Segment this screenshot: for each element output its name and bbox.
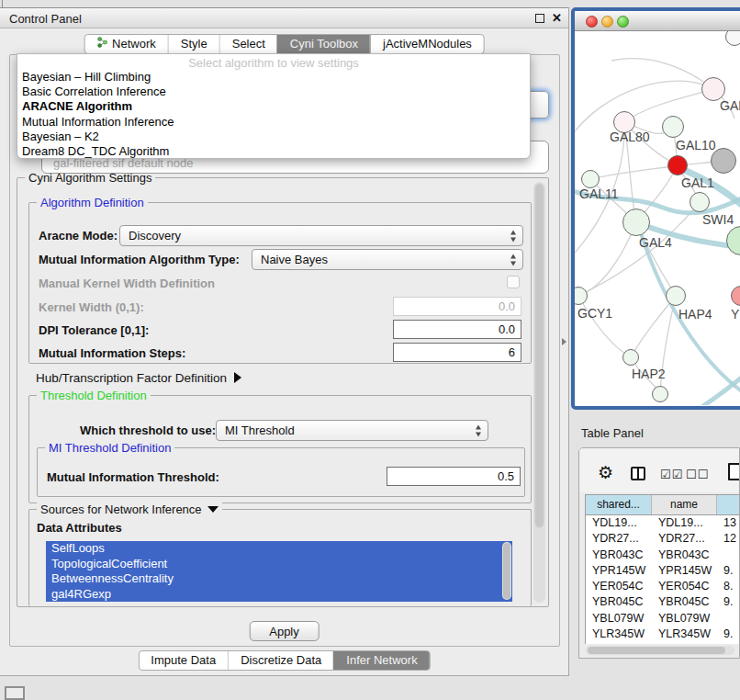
control-panel-window: Control Panel ✕ NetworkStyleSelectCyni T… [0,7,569,676]
network-node-gal11[interactable] [581,170,600,188]
table-row[interactable]: YIL052CYIL052C9 [586,642,740,644]
attributes-scrollbar-thumb[interactable] [503,543,510,599]
zoom-traffic-light[interactable] [617,16,629,28]
table-row[interactable]: YDL19...YDL19...13 [586,515,740,531]
table-row[interactable]: YPR145WYPR145W9. [586,563,740,579]
column-header-shared[interactable]: shared... [586,495,652,514]
table-cell: YIL052C [652,642,717,644]
aracne-mode-combobox[interactable]: Discovery [119,225,523,246]
mi-threshold-field[interactable] [387,467,521,486]
column-header-a[interactable]: A [717,495,740,514]
top-tab-bar: NetworkStyleSelectCyni ToolboxjActiveMNo… [84,34,485,54]
tab-cyni-toolbox[interactable]: Cyni Toolbox [277,35,370,53]
dpi-tolerance-field[interactable] [393,320,521,339]
close-traffic-light[interactable] [586,16,598,28]
columns-icon[interactable] [631,467,645,480]
attribute-item-betweennesscentrality[interactable]: BetweennessCentrality [46,571,512,587]
tab-infer-network[interactable]: Infer Network [333,651,429,670]
hub-definition-toggle[interactable]: Hub/Transcription Factor Definition [36,371,241,385]
desktop: { "control_panel": { "title": "Control P… [0,0,740,700]
attributes-scrollbar[interactable] [502,542,511,600]
network-node[interactable] [711,148,736,174]
attribute-item-topologicalcoefficient[interactable]: TopologicalCoefficient [46,557,512,572]
table-horizontal-scrollbar[interactable] [586,646,734,655]
algorithm-option-mutual-information-inference[interactable]: Mutual Information Inference [17,115,530,130]
table-cell: YBL079W [586,611,652,627]
splitter-collapse-icon[interactable] [562,338,566,345]
float-panel-icon[interactable] [535,14,544,23]
algorithm-option-dream8-dc-tdc-algorithm[interactable]: Dream8 DC_TDC Algorithm [17,144,530,159]
network-node-gal4[interactable] [622,209,650,236]
tab-select[interactable]: Select [219,35,277,53]
table-cell: YBR045C [586,594,652,610]
network-canvas[interactable]: GALGAL80GAL10GAL1GAL11SWI4GAL4GCY1HAP4YH… [575,31,740,405]
data-attributes-list: SelfLoopsTopologicalCoefficientBetweenne… [46,541,512,602]
tab-discretize-data[interactable]: Discretize Data [228,651,333,670]
dropdown-placeholder: Select algorithm to view settings [17,56,530,70]
table-panel-title: Table Panel [581,426,644,440]
table-scrollbar-thumb[interactable] [588,647,725,654]
tab-jactivemnodules[interactable]: jActiveMNodules [370,35,484,53]
table-row[interactable]: YER054CYER054C8. [586,579,740,594]
tab-style[interactable]: Style [168,35,219,53]
node-label-gal80: GAL80 [610,130,650,144]
mi-type-label: Mutual Information Algorithm Type: [39,253,240,266]
stepper-icon [510,254,517,265]
apply-button[interactable]: Apply [249,621,320,641]
algorithm-option-basic-correlation-inference[interactable]: Basic Correlation Inference [17,85,530,99]
mi-threshold-legend: MI Threshold Definition [45,441,174,455]
bottom-tab-bar: Impute DataDiscretize DataInfer Network [138,650,430,671]
algorithm-option-bayesian-hill-climbing[interactable]: Bayesian – Hill Climbing [17,70,530,85]
column-header-name[interactable]: name [652,495,717,514]
minimize-traffic-light[interactable] [601,16,613,28]
threshold-definition-group: Threshold Definition Which threshold to … [28,395,532,503]
which-threshold-combobox[interactable]: MI Threshold [216,420,488,441]
tab-network[interactable]: Network [84,35,168,53]
new-table-icon[interactable] [728,463,740,480]
network-view-window: GALGAL80GAL10GAL1GAL11SWI4GAL4GCY1HAP4YH… [571,7,740,410]
close-icon[interactable]: ✕ [552,11,562,25]
sources-group: Sources for Network Inference Data Attri… [28,509,532,606]
network-tab-icon [96,35,107,53]
table-row[interactable]: YBR045CYBR045C9. [586,594,740,610]
tab-label: Impute Data [151,651,216,670]
tab-label: Infer Network [346,651,417,670]
gear-icon[interactable]: ⚙ [598,464,613,481]
tab-label: Cyni Toolbox [290,35,358,53]
tab-impute-data[interactable]: Impute Data [139,651,228,670]
table-header-row: shared...nameA [586,495,740,515]
select-all-checkboxes-icon[interactable]: ☑☑ [660,468,683,481]
network-node-hap4[interactable] [666,286,686,306]
sources-legend[interactable]: Sources for Network Inference [37,502,222,516]
table-row[interactable]: YDR27...YDR27...12 [586,531,740,547]
table-cell: YBL079W [652,611,717,627]
attribute-item-selfloops[interactable]: SelfLoops [46,541,512,557]
network-node-swi4[interactable] [690,192,710,212]
node-label-gal10: GAL10 [676,138,716,152]
deselect-all-checkboxes-icon[interactable]: ☐☐ [686,468,709,481]
attribute-item-gal4rgexp[interactable]: gal4RGexp [46,587,512,603]
settings-scrollbar-thumb[interactable] [534,183,544,528]
table-row[interactable]: YLR345WYLR345W9. [586,627,740,642]
settings-scrollbar[interactable] [533,182,545,603]
mi-steps-field[interactable] [393,343,521,362]
algorithm-option-aracne-algorithm[interactable]: ARACNE Algorithm [17,99,530,114]
table-row[interactable]: YBR043CYBR043C [586,548,740,563]
table-cell: YPR145W [586,563,652,579]
algorithm-option-bayesian-k2[interactable]: Bayesian – K2 [17,130,530,144]
mi-type-combobox[interactable]: Naive Bayes [252,249,523,270]
expand-arrow-icon [234,372,241,383]
table-cell: YER054C [586,579,652,594]
table-cell: 9. [717,627,740,642]
node-label-gcy1: GCY1 [577,306,612,321]
network-node-gal1[interactable] [667,155,688,175]
which-threshold-label: Which threshold to use: [80,423,216,437]
cyni-algorithm-settings-group: Cyni Algorithm Settings Algorithm Defini… [17,177,549,607]
minimized-panel-icon[interactable] [5,686,25,700]
network-node[interactable] [652,386,668,402]
data-attributes-label: Data Attributes [37,521,122,535]
network-node-gal10[interactable] [662,116,684,138]
node-label-gal1: GAL1 [681,175,714,190]
table-row[interactable]: YBL079WYBL079W [586,611,740,627]
network-node-hap2[interactable] [622,349,639,366]
